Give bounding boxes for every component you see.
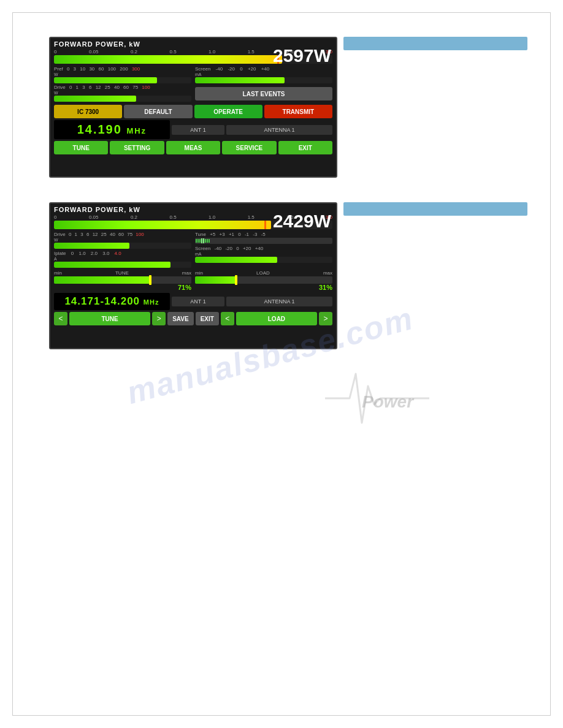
s2-iplate-unit: A <box>54 257 191 261</box>
s2-load-button[interactable]: LOAD <box>236 312 317 325</box>
tune-left-button[interactable]: < <box>54 312 67 325</box>
s2-tune-meter <box>195 238 332 244</box>
s2-screen-label: Screen <box>195 246 210 251</box>
s2-load-max: max <box>323 270 332 276</box>
s2-load-min: min <box>195 270 203 276</box>
s2-screen-unit: mA <box>195 252 332 256</box>
tune-button[interactable]: TUNE <box>54 141 108 154</box>
s2-drive-label: Drive <box>54 232 66 237</box>
s1-power-value: 2597W <box>273 45 331 66</box>
operate-button[interactable]: OPERATE <box>194 105 262 118</box>
tune-right-button[interactable]: > <box>152 312 166 325</box>
s2-drive-bar <box>54 243 191 249</box>
s1-antenna1: ANTENNA 1 <box>226 125 332 135</box>
load-left-button[interactable]: < <box>221 312 234 325</box>
screen-unit: mA <box>195 72 332 77</box>
exit-button-s1[interactable]: EXIT <box>278 141 332 154</box>
s2-load-text: LOAD <box>256 270 270 276</box>
default-button[interactable]: DEFAULT <box>124 105 192 118</box>
blue-bar-1 <box>343 37 527 50</box>
s2-tune-text: TUNE <box>115 270 129 276</box>
ic7300-button[interactable]: IC 7300 <box>54 105 122 118</box>
blue-bar-2 <box>343 202 527 216</box>
s2-tune-slider-bar <box>54 276 191 284</box>
screen-label: Screen <box>195 66 210 72</box>
drive-unit: W <box>54 91 191 95</box>
s1-freq: 14.190 MHz <box>54 120 170 139</box>
s2-antenna1: ANTENNA 1 <box>226 297 332 306</box>
s2-freq: 14.171-14.200 MHz <box>54 293 170 310</box>
last-events-button[interactable]: LAST EVENTS <box>195 87 332 100</box>
s2-ant1: ANT 1 <box>172 297 224 306</box>
s2-tune-button[interactable]: TUNE <box>69 312 150 325</box>
screen2: FORWARD POWER, kW 0 0.05 0.2 0.5 1.0 1.5… <box>49 202 337 349</box>
meas-button[interactable]: MEAS <box>166 141 220 154</box>
s2-load-pct: 31% <box>195 284 332 291</box>
transmit-button[interactable]: TRANSMIT <box>264 105 332 118</box>
s2-drive-unit: W <box>54 238 191 242</box>
drive-bar <box>54 96 191 102</box>
s2-load-slider-bar <box>195 276 332 284</box>
pref-bar <box>54 77 191 83</box>
pref-unit: W <box>54 72 191 77</box>
load-right-button[interactable]: > <box>319 312 332 325</box>
s2-btn-row: < TUNE > SAVE EXIT < LOAD > <box>54 312 332 325</box>
drive-label: Drive <box>54 85 66 90</box>
s1-btn-row1: IC 7300 DEFAULT OPERATE TRANSMIT <box>54 105 332 118</box>
s1-btn-row2: TUNE SETTING MEAS SERVICE EXIT <box>54 141 332 154</box>
s2-tune-pct: 71% <box>54 284 191 291</box>
s2-screen-bar <box>195 257 332 263</box>
s2-exit-button[interactable]: EXIT <box>196 312 219 325</box>
service-button[interactable]: SERVICE <box>222 141 276 154</box>
power-text: Power <box>362 392 413 412</box>
s2-iplate-label: Iplate <box>54 251 66 256</box>
screen1: FORWARD POWER, kW 0 0.05 0.2 0.5 1.0 1.5… <box>49 37 337 178</box>
s1-ant1: ANT 1 <box>172 125 224 135</box>
s2-iplate-bar <box>54 262 191 268</box>
pref-label: Pref <box>54 66 63 72</box>
s2-tune-label: Tune <box>195 232 206 237</box>
s2-power-value: 2429W <box>273 211 331 232</box>
save-button[interactable]: SAVE <box>167 312 194 325</box>
setting-button[interactable]: SETTING <box>110 141 164 154</box>
s2-tune-min: min <box>54 270 62 276</box>
screen-bar <box>195 77 332 83</box>
s2-tune-max: max <box>182 270 191 276</box>
